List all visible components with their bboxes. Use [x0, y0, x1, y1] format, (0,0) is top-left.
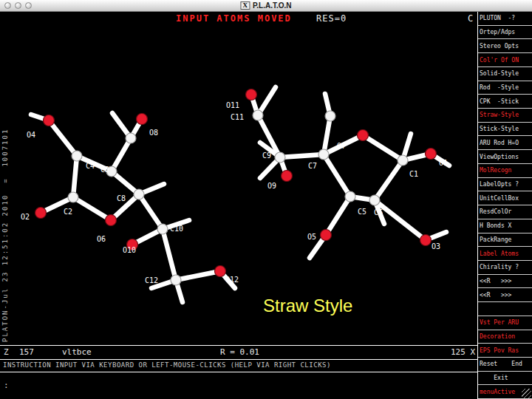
window-titlebar: X P.L.A.T.O.N: [0, 0, 532, 12]
menu-item-stereo-opts[interactable]: Stereo Opts: [478, 39, 532, 53]
menu-item-labelopts[interactable]: LabelOpts ?: [478, 178, 532, 192]
atom-C[interactable]: [68, 192, 78, 202]
menu-item-h-bonds-x[interactable]: H Bonds X: [478, 219, 532, 233]
atom-C[interactable]: [253, 110, 263, 120]
atom-O[interactable]: [44, 115, 55, 126]
menu-item-viewoptions[interactable]: ViewOptions: [478, 150, 532, 164]
atom-C[interactable]: [134, 189, 144, 200]
instruction-text: INSTRUCTION INPUT VIA KEYBOARD OR LEFT-M…: [3, 361, 331, 369]
atom-C[interactable]: [369, 195, 380, 205]
atom-O[interactable]: [246, 89, 257, 100]
zoom-button[interactable]: [25, 2, 32, 9]
atom-O[interactable]: [426, 149, 437, 160]
menu-item-decoration[interactable]: Decoration: [478, 330, 532, 344]
menu-item-unitcellbox[interactable]: UnitCellBox: [478, 191, 532, 205]
atom-C[interactable]: [398, 155, 408, 166]
bond: [163, 229, 176, 280]
status-dataset-name: vltbce: [62, 347, 92, 357]
menu-item-ortep-adps[interactable]: Ortep/Adps: [478, 26, 532, 40]
close-button[interactable]: [4, 2, 11, 9]
timestamp-vertical: PLATON-Jul 23 12:51:02 2010 = 1007101: [1, 129, 9, 342]
atom-label: O5: [307, 233, 316, 241]
atom-O[interactable]: [321, 230, 332, 241]
status-count: 157: [19, 347, 34, 357]
bond: [324, 154, 350, 197]
menu-item-label-atoms[interactable]: Label Atoms: [478, 247, 532, 261]
bond: [375, 160, 403, 200]
atom-C[interactable]: [275, 152, 285, 163]
bond: [49, 120, 77, 156]
window-controls: [4, 2, 32, 9]
menu-item-rod-style[interactable]: Rod -Style: [478, 81, 532, 95]
menu-item-aru-rod-h-o[interactable]: ARU Rod H=O: [478, 136, 532, 150]
menu-sidebar: PLUTON -?Ortep/AdpsStereo OptsCol'r Of O…: [477, 12, 532, 399]
atom-label: C2: [64, 208, 72, 216]
status-r-factor: R = 0.01: [220, 347, 259, 357]
atom-C[interactable]: [345, 191, 355, 202]
atom-C[interactable]: [72, 151, 82, 161]
menu-item-molrecogn[interactable]: MolRecogn: [478, 164, 532, 178]
atom-label: C3: [100, 166, 109, 174]
bond: [326, 197, 350, 235]
atom-O[interactable]: [106, 215, 117, 226]
atom-label: C12: [145, 276, 158, 284]
minimize-button[interactable]: [15, 2, 21, 9]
resize-grip[interactable]: [522, 389, 531, 398]
command-prompt[interactable]: :: [4, 381, 9, 390]
warning-text: INPUT ATOMS MOVED: [176, 13, 292, 24]
separator-line: [0, 372, 477, 372]
menu-item-pluton[interactable]: PLUTON -?: [478, 12, 532, 26]
atom-label: C10: [170, 225, 183, 233]
menu-item-straw-style[interactable]: Straw-Style: [478, 109, 532, 123]
menu-item-packrange[interactable]: PackRange: [478, 233, 532, 248]
bond: [324, 116, 330, 154]
menu-item-stick-style[interactable]: Stick-Style: [478, 123, 532, 137]
bond: [363, 135, 403, 160]
style-caption: Straw Style: [263, 296, 352, 316]
menu-item-eps-pov-ras[interactable]: EPS Pov Ras: [478, 344, 532, 358]
atom-label: O6: [97, 235, 106, 243]
atom-O[interactable]: [282, 171, 293, 182]
atom-label: C5: [358, 208, 366, 216]
atom-C[interactable]: [318, 149, 329, 160]
menu-item-r[interactable]: <<R >>>: [478, 275, 532, 289]
menu-item-cpk-stick[interactable]: CPK -Stick: [478, 95, 532, 109]
atom-label: O9: [267, 182, 276, 190]
bond: [139, 194, 163, 229]
x11-icon: X: [240, 1, 250, 10]
atom-label: O4: [27, 131, 35, 139]
atom-O[interactable]: [215, 266, 226, 277]
atom-label: O1: [439, 159, 448, 167]
atom-label: C8: [117, 194, 126, 202]
bond: [176, 271, 220, 280]
atom-label: O7: [337, 142, 346, 150]
menu-item-resdcolor[interactable]: ResdColOr: [478, 205, 532, 219]
atom-C[interactable]: [126, 133, 136, 143]
menu-item-r[interactable]: <<R >>>: [478, 288, 532, 302]
atom-label: O2: [21, 213, 30, 221]
menu-item-exit[interactable]: Exit: [478, 372, 532, 386]
molecule-canvas[interactable]: O4C4C3O8C2O2C8O6C10O10C12O12O11C11C9O9C7…: [0, 0, 532, 399]
atom-C[interactable]: [157, 224, 168, 234]
atom-label: O12: [225, 276, 239, 284]
atom-label: C7: [308, 162, 317, 170]
cell-indicator: C: [468, 13, 473, 24]
status-z: Z: [4, 347, 9, 357]
menu-item-spacer: [478, 302, 532, 316]
menu-item-solid-style[interactable]: Solid-Style: [478, 67, 532, 81]
atom-C[interactable]: [171, 275, 181, 285]
window-title-group: X P.L.A.T.O.N: [240, 1, 291, 10]
menu-item-reset-end[interactable]: Reset End: [478, 358, 532, 372]
menu-item-vst-per-aru[interactable]: Vst Per ARU: [478, 316, 532, 330]
separator-line: [0, 345, 477, 346]
menu-item-col-r-of-on[interactable]: Col'r Of ON: [478, 53, 532, 67]
atom-O[interactable]: [420, 235, 432, 246]
atom-O[interactable]: [137, 114, 148, 125]
atom-label: C1: [409, 170, 418, 178]
bond: [280, 154, 324, 157]
menu-item-chirality[interactable]: Chirality ?: [478, 261, 532, 275]
atom-O[interactable]: [35, 208, 47, 219]
window-title: P.L.A.T.O.N: [253, 1, 292, 10]
atom-C[interactable]: [325, 111, 335, 121]
atom-O[interactable]: [358, 130, 369, 141]
